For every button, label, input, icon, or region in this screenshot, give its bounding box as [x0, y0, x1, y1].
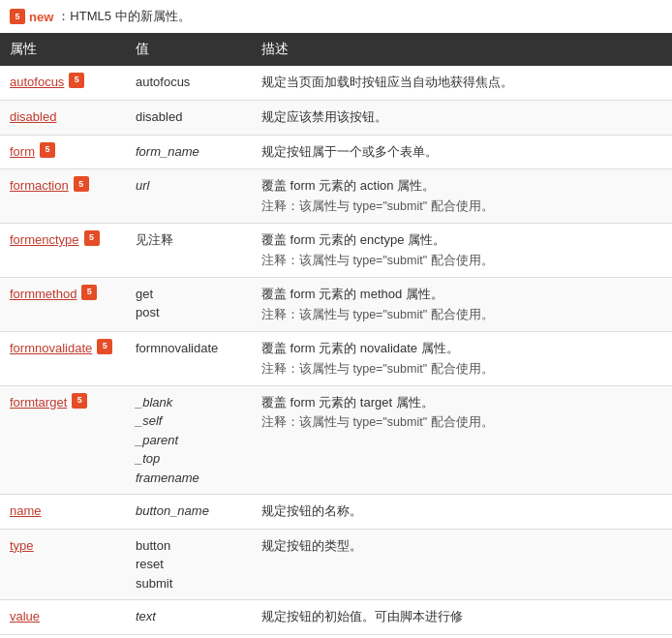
desc-cell: 规定按钮的初始值。可由脚本进行修: [252, 600, 672, 635]
table-row: disableddisabled规定应该禁用该按钮。: [0, 100, 672, 135]
attr-link[interactable]: formnovalidate: [10, 339, 92, 358]
desc-text: 规定按钮的名称。: [261, 501, 662, 522]
table-row: autofocus5autofocus规定当页面加载时按钮应当自动地获得焦点。: [0, 66, 672, 100]
attr-link[interactable]: formaction: [10, 176, 69, 196]
attr-cell: formmethod5: [0, 277, 126, 331]
table-header-row: 属性 值 描述: [0, 33, 672, 66]
table-row: typebuttonresetsubmit规定按钮的类型。: [0, 529, 672, 600]
attr-cell: formaction5: [0, 169, 126, 224]
attr-cell: formenctype5: [0, 224, 126, 278]
html5-badge-inline: 5: [81, 285, 97, 300]
note-text: 注释：该属性与 type="submit" 配合使用。: [261, 197, 662, 216]
value-cell: autofocus: [126, 66, 252, 100]
col-desc: 描述: [252, 33, 672, 66]
table-row: formaction5url覆盖 form 元素的 action 属性。注释：该…: [0, 169, 672, 224]
attr-cell: type: [0, 529, 126, 600]
html5-badge-inline: 5: [72, 393, 87, 409]
attributes-table: 属性 值 描述 autofocus5autofocus规定当页面加载时按钮应当自…: [0, 33, 672, 635]
desc-cell: 覆盖 form 元素的 enctype 属性。注释：该属性与 type="sub…: [252, 224, 672, 278]
attr-cell: value: [0, 600, 126, 635]
html5-badge-inline: 5: [74, 176, 89, 192]
note-text: 注释：该属性与 type="submit" 配合使用。: [261, 305, 662, 324]
attr-link[interactable]: type: [10, 536, 34, 556]
attr-cell: disabled: [0, 100, 126, 135]
desc-text: 覆盖 form 元素的 target 属性。: [261, 393, 662, 413]
table-row: form5form_name规定按钮属于一个或多个表单。: [0, 135, 672, 169]
table-row: valuetext规定按钮的初始值。可由脚本进行修: [0, 600, 672, 635]
note-text: 注释：该属性与 type="submit" 配合使用。: [261, 359, 662, 379]
value-cell: getpost: [126, 277, 252, 331]
html5-badge-inline: 5: [84, 230, 100, 246]
value-cell: formnovalidate: [126, 331, 252, 385]
attr-link[interactable]: form: [10, 142, 35, 162]
attr-link[interactable]: disabled: [10, 107, 56, 127]
value-cell: disabled: [126, 100, 252, 135]
attr-cell: formnovalidate5: [0, 331, 126, 385]
desc-cell: 规定按钮的名称。: [252, 495, 672, 530]
value-cell: _blank_self_parent_topframename: [126, 385, 252, 495]
new-label: new: [29, 10, 53, 24]
desc-cell: 覆盖 form 元素的 method 属性。注释：该属性与 type="subm…: [252, 277, 672, 331]
attr-link[interactable]: formtarget: [10, 393, 67, 412]
value-cell: 见注释: [126, 224, 252, 278]
desc-cell: 规定按钮属于一个或多个表单。: [252, 135, 672, 169]
desc-cell: 覆盖 form 元素的 novalidate 属性。注释：该属性与 type="…: [252, 331, 672, 385]
html5-badge-inline: 5: [40, 142, 55, 158]
table-row: formmethod5getpost覆盖 form 元素的 method 属性。…: [0, 277, 672, 331]
attr-link[interactable]: value: [10, 607, 40, 626]
desc-text: 覆盖 form 元素的 novalidate 属性。: [261, 339, 662, 359]
value-cell: text: [126, 600, 252, 635]
value-cell: url: [126, 169, 252, 224]
attr-link[interactable]: autofocus: [10, 73, 64, 92]
attr-cell: name: [0, 495, 126, 530]
value-cell: form_name: [126, 135, 252, 169]
table-row: formenctype5见注释覆盖 form 元素的 enctype 属性。注释…: [0, 224, 672, 278]
attr-cell: autofocus5: [0, 66, 126, 100]
table-row: formnovalidate5formnovalidate覆盖 form 元素的…: [0, 331, 672, 385]
desc-cell: 规定按钮的类型。: [252, 529, 672, 600]
attr-link[interactable]: formenctype: [10, 230, 79, 250]
attr-cell: formtarget5: [0, 385, 126, 495]
attr-link[interactable]: formmethod: [10, 285, 76, 304]
desc-text: 规定当页面加载时按钮应当自动地获得焦点。: [261, 73, 662, 93]
value-cell: buttonresetsubmit: [126, 529, 252, 600]
html5-badge: 5: [10, 9, 25, 24]
html5-badge-inline: 5: [69, 73, 84, 88]
note-text: 注释：该属性与 type="submit" 配合使用。: [261, 412, 662, 432]
desc-cell: 覆盖 form 元素的 action 属性。注释：该属性与 type="subm…: [252, 169, 672, 224]
desc-text: 规定按钮的初始值。可由脚本进行修: [261, 607, 662, 627]
desc-text: 规定按钮的类型。: [261, 536, 662, 557]
desc-text: 覆盖 form 元素的 enctype 属性。: [261, 230, 662, 251]
note-text: 注释：该属性与 type="submit" 配合使用。: [261, 251, 662, 270]
desc-cell: 覆盖 form 元素的 target 属性。注释：该属性与 type="subm…: [252, 385, 672, 495]
desc-text: 覆盖 form 元素的 method 属性。: [261, 285, 662, 305]
value-cell: button_name: [126, 495, 252, 530]
table-row: formtarget5_blank_self_parent_topframena…: [0, 385, 672, 495]
desc-text: 规定应该禁用该按钮。: [261, 107, 662, 128]
desc-text: 覆盖 form 元素的 action 属性。: [261, 176, 662, 197]
attr-cell: form5: [0, 135, 126, 169]
header-note: 5 new ：HTML5 中的新属性。: [0, 0, 672, 33]
desc-text: 规定按钮属于一个或多个表单。: [261, 142, 662, 163]
attr-link[interactable]: name: [10, 501, 42, 521]
html5-badge-inline: 5: [97, 339, 112, 354]
col-value: 值: [126, 33, 252, 66]
desc-cell: 规定应该禁用该按钮。: [252, 100, 672, 135]
header-description: ：HTML5 中的新属性。: [57, 8, 190, 25]
desc-cell: 规定当页面加载时按钮应当自动地获得焦点。: [252, 66, 672, 100]
col-attr: 属性: [0, 33, 126, 66]
table-row: namebutton_name规定按钮的名称。: [0, 495, 672, 530]
